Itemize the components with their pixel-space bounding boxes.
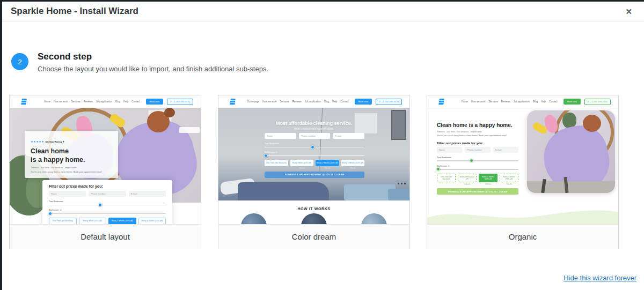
preview-phone-button: ✆ +1-202-555-0131 xyxy=(584,99,611,105)
preview-logo-icon xyxy=(21,99,27,105)
preview-email-input: E-mail xyxy=(493,147,518,153)
preview-phone-button: ✆ +1-202-555-0131 xyxy=(167,99,193,105)
preview-form-title: Filter out prices made for you: xyxy=(49,184,166,188)
preview-nav: Home How we work Services Reviews Job ap… xyxy=(44,100,140,103)
page-left-edge xyxy=(0,0,2,290)
preview-book-now-button: Book now xyxy=(146,99,163,105)
preview-nav-item: Help xyxy=(332,100,337,103)
close-icon[interactable]: ✕ xyxy=(622,5,635,18)
preview-nav-item: How we work xyxy=(471,100,486,103)
preview-name-input: Name xyxy=(437,147,462,153)
preview-hero-title: Clean home xyxy=(31,147,112,155)
preview-nav-item: Services xyxy=(489,100,498,103)
page-top-edge xyxy=(0,0,644,2)
preview-schedule-button: SCHEDULE AN APPOINTMENT @ 170.25 / CLEAN xyxy=(265,172,364,178)
step-description: Choose the layout you would like to impo… xyxy=(38,65,268,73)
hide-wizard-link[interactable]: Hide this wizard forever xyxy=(564,274,636,282)
layout-card-color-dream[interactable]: Homepage How we work Services Reviews Jo… xyxy=(218,95,410,249)
preview-plan-button: Every 4 Weeks (15% off) xyxy=(138,218,166,224)
preview-slider xyxy=(437,160,518,161)
preview-slider xyxy=(437,169,518,170)
preview-site-header: Home How we work Services Reviews Job ap… xyxy=(10,95,201,108)
preview-logo-icon xyxy=(438,99,444,105)
preview-section-title: HOW IT WORKS xyxy=(218,207,409,211)
preview-phone-button: ✆ +1-202-555-0131 xyxy=(376,99,402,105)
preview-site-header: Homepage How we work Services Reviews Jo… xyxy=(218,95,409,108)
layout-thumbnail-organic[interactable]: Home How we work Services Reviews Job ap… xyxy=(427,95,618,224)
layout-name-organic[interactable]: Organic xyxy=(427,224,618,249)
preview-plan-button: One Time (No discount) xyxy=(49,218,77,224)
preview-plan-button: Every 4 Weeks (15% off) xyxy=(341,160,365,166)
preview-book-now-button: Book now xyxy=(355,99,372,105)
preview-nav-item: Homepage xyxy=(247,100,259,103)
preview-nav-item: Blog xyxy=(533,100,538,103)
preview-nav: Home How we work Services Reviews Job ap… xyxy=(462,100,558,103)
preview-nav-item: Services xyxy=(280,100,289,103)
preview-name-input: Name xyxy=(49,191,86,197)
preview-phone-input: Phone number xyxy=(89,191,126,197)
preview-price-form: Name Phone number E-mail Two Bedroom Bat… xyxy=(265,133,364,178)
preview-nav-item: Help xyxy=(541,100,546,103)
preview-slider xyxy=(265,147,364,148)
preview-nav-item: Job application xyxy=(514,100,530,103)
preview-plan-button: One Time (No discount) xyxy=(265,160,288,166)
preview-step-circles xyxy=(218,213,409,224)
preview-name-input: Name xyxy=(265,133,296,139)
layout-name-default[interactable]: Default layout xyxy=(10,224,201,249)
wizard-header: Sparkle Home - Install Wizard ✕ xyxy=(2,2,644,21)
preview-slider xyxy=(49,205,166,206)
preview-green-wave xyxy=(427,206,618,224)
preview-phone-input: Phone number xyxy=(299,133,331,139)
preview-plan-price: 170.25 xyxy=(458,183,477,185)
preview-slider xyxy=(265,155,364,157)
layout-card-default[interactable]: Home How we work Services Reviews Job ap… xyxy=(9,95,201,249)
preview-slider xyxy=(49,213,166,214)
rating-text: 5.0 Star Rating ✦ xyxy=(45,140,64,143)
preview-hero-photo: Most affordable cleaning service. Book a… xyxy=(218,108,409,200)
preview-slider-dots xyxy=(398,183,406,184)
preview-plan-price: 170.25 xyxy=(341,167,365,169)
preview-nav-item: Services xyxy=(71,100,80,103)
layout-card-organic[interactable]: Home How we work Services Reviews Job ap… xyxy=(427,95,619,249)
preview-hero-title: is a happy home. xyxy=(31,155,112,164)
preview-plan-button: One Time (No discount) xyxy=(437,174,456,183)
preview-plan-button: Every 4 Weeks (15% off) xyxy=(500,174,518,183)
preview-hero-photo xyxy=(527,110,615,193)
preview-plan-button-active: Every 2 Weeks (20% off) xyxy=(108,218,136,224)
preview-phone-input: Phone number xyxy=(465,147,490,153)
preview-hero-subtitle: Book a trusted maid instantly below. xyxy=(218,128,409,130)
star-rating-icon: ★★★★★ xyxy=(31,140,44,143)
preview-site-header: Home How we work Services Reviews Job ap… xyxy=(427,95,618,108)
preview-nav-item: Reviews xyxy=(501,100,510,103)
preview-price-form: Filter out prices made for you: Name Pho… xyxy=(42,180,172,224)
preview-nav-item: Reviews xyxy=(292,100,302,103)
preview-book-now-button: Book now xyxy=(564,99,581,105)
preview-plan-price: 170.25 xyxy=(479,183,497,185)
preview-plan-button: Every Week (25% off) xyxy=(458,174,477,183)
preview-nav-item: Blog xyxy=(324,100,329,103)
preview-hero-overlay: ★★★★★5.0 Star Rating ✦ Clean home is a h… xyxy=(25,131,118,178)
preview-plan-button-active: Every 2 Weeks (20% off) xyxy=(316,160,339,166)
preview-plan-button: Every Week (25% off) xyxy=(79,218,107,224)
layout-thumbnail-default[interactable]: Home How we work Services Reviews Job ap… xyxy=(10,95,201,224)
preview-nav-item: Contact xyxy=(340,100,349,103)
wizard-title: Sparkle Home - Install Wizard xyxy=(11,6,138,17)
preview-nav-item: How we work xyxy=(54,100,68,103)
preview-plan-price: 170.25 xyxy=(316,167,339,169)
preview-plan-button: Every Week (25% off) xyxy=(290,160,314,166)
preview-form-title: Filter out prices made for you: xyxy=(437,142,518,145)
preview-email-input: E-mail xyxy=(333,133,364,139)
preview-plan-button-active: Every 2 Weeks (20% off) xyxy=(479,174,497,183)
layout-thumbnail-color-dream[interactable]: Homepage How we work Services Reviews Jo… xyxy=(218,95,409,224)
preview-plan-price: 170.25 xyxy=(500,183,518,185)
preview-nav-item: Contact xyxy=(549,100,558,103)
preview-price-form: Clean home is a happy home. Tidiness - o… xyxy=(437,122,518,195)
preview-nav-item: Help xyxy=(123,100,128,103)
preview-nav-item: Contact xyxy=(131,100,140,103)
preview-plan-price: 170.25 xyxy=(290,167,314,169)
preview-nav-item: Blog xyxy=(115,100,120,103)
layout-name-color-dream[interactable]: Color dream xyxy=(218,224,409,249)
preview-how-it-works-section: HOW IT WORKS xyxy=(218,200,409,224)
preview-schedule-button: SCHEDULE AN APPOINTMENT @ 170.25 / CLEAN xyxy=(437,188,518,195)
preview-nav-item: How we work xyxy=(262,100,277,103)
